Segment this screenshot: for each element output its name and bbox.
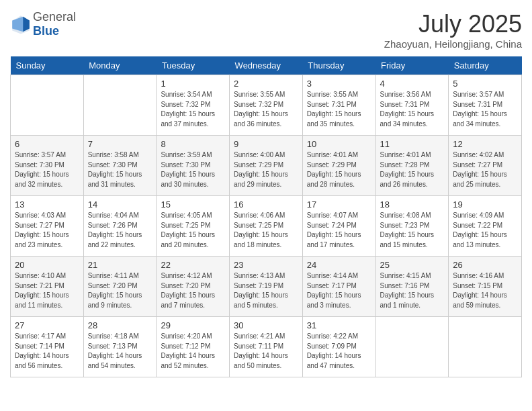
calendar-cell: 18Sunrise: 4:08 AM Sunset: 7:23 PM Dayli… xyxy=(375,196,449,257)
logo: General Blue xyxy=(10,10,76,38)
day-number: 8 xyxy=(161,139,225,149)
day-info: Sunrise: 3:59 AM Sunset: 7:30 PM Dayligh… xyxy=(161,150,225,189)
calendar-cell: 29Sunrise: 4:20 AM Sunset: 7:12 PM Dayli… xyxy=(157,317,230,377)
day-of-week-header: Wednesday xyxy=(230,56,303,75)
day-info: Sunrise: 3:57 AM Sunset: 7:30 PM Dayligh… xyxy=(15,150,79,189)
calendar-cell: 14Sunrise: 4:04 AM Sunset: 7:26 PM Dayli… xyxy=(83,196,157,257)
day-of-week-header: Tuesday xyxy=(157,56,230,75)
day-number: 30 xyxy=(234,320,298,330)
day-info: Sunrise: 4:01 AM Sunset: 7:28 PM Dayligh… xyxy=(380,150,445,189)
location-title: Zhaoyuan, Heilongjiang, China xyxy=(384,38,522,50)
day-info: Sunrise: 4:15 AM Sunset: 7:16 PM Dayligh… xyxy=(380,271,445,310)
day-number: 12 xyxy=(453,139,517,149)
day-number: 14 xyxy=(88,199,152,210)
day-number: 18 xyxy=(380,199,445,210)
title-block: July 2025 Zhaoyuan, Heilongjiang, China xyxy=(384,10,522,50)
day-number: 28 xyxy=(88,320,152,330)
day-info: Sunrise: 3:57 AM Sunset: 7:31 PM Dayligh… xyxy=(453,90,517,129)
day-number: 19 xyxy=(453,199,517,210)
day-number: 7 xyxy=(88,139,152,149)
day-info: Sunrise: 4:12 AM Sunset: 7:20 PM Dayligh… xyxy=(161,271,225,310)
month-title: July 2025 xyxy=(384,10,522,38)
day-info: Sunrise: 4:20 AM Sunset: 7:12 PM Dayligh… xyxy=(161,332,225,371)
calendar-cell: 5Sunrise: 3:57 AM Sunset: 7:31 PM Daylig… xyxy=(449,75,522,136)
calendar-cell: 22Sunrise: 4:12 AM Sunset: 7:20 PM Dayli… xyxy=(157,257,230,317)
day-number: 5 xyxy=(453,79,517,89)
day-info: Sunrise: 4:05 AM Sunset: 7:25 PM Dayligh… xyxy=(161,211,225,250)
day-number: 23 xyxy=(234,260,298,270)
day-info: Sunrise: 4:18 AM Sunset: 7:13 PM Dayligh… xyxy=(88,332,152,371)
day-number: 15 xyxy=(161,199,225,210)
day-number: 22 xyxy=(161,260,225,270)
day-info: Sunrise: 4:06 AM Sunset: 7:25 PM Dayligh… xyxy=(234,211,298,250)
day-info: Sunrise: 3:55 AM Sunset: 7:31 PM Dayligh… xyxy=(307,90,371,129)
calendar-cell xyxy=(375,317,449,377)
calendar-cell: 20Sunrise: 4:10 AM Sunset: 7:21 PM Dayli… xyxy=(11,257,84,317)
calendar-cell xyxy=(11,75,84,136)
calendar-cell: 26Sunrise: 4:16 AM Sunset: 7:15 PM Dayli… xyxy=(449,257,522,317)
calendar-cell: 11Sunrise: 4:01 AM Sunset: 7:28 PM Dayli… xyxy=(375,136,449,196)
calendar-cell: 30Sunrise: 4:21 AM Sunset: 7:11 PM Dayli… xyxy=(230,317,303,377)
day-info: Sunrise: 3:58 AM Sunset: 7:30 PM Dayligh… xyxy=(88,150,152,189)
day-number: 27 xyxy=(15,320,79,330)
calendar-week-row: 13Sunrise: 4:03 AM Sunset: 7:27 PM Dayli… xyxy=(11,196,522,257)
day-number: 25 xyxy=(380,260,445,270)
calendar-cell xyxy=(449,317,522,377)
day-info: Sunrise: 4:14 AM Sunset: 7:17 PM Dayligh… xyxy=(307,271,371,310)
day-number: 9 xyxy=(234,139,298,149)
calendar-cell: 10Sunrise: 4:01 AM Sunset: 7:29 PM Dayli… xyxy=(302,136,375,196)
calendar-cell: 1Sunrise: 3:54 AM Sunset: 7:32 PM Daylig… xyxy=(157,75,230,136)
calendar-cell: 13Sunrise: 4:03 AM Sunset: 7:27 PM Dayli… xyxy=(11,196,84,257)
calendar-week-row: 6Sunrise: 3:57 AM Sunset: 7:30 PM Daylig… xyxy=(11,136,522,196)
calendar-cell: 9Sunrise: 4:00 AM Sunset: 7:29 PM Daylig… xyxy=(230,136,303,196)
day-of-week-header: Thursday xyxy=(302,56,375,75)
day-info: Sunrise: 4:17 AM Sunset: 7:14 PM Dayligh… xyxy=(15,332,79,371)
day-of-week-header: Monday xyxy=(83,56,157,75)
page-header: General Blue July 2025 Zhaoyuan, Heilong… xyxy=(10,10,522,50)
calendar-header-row: SundayMondayTuesdayWednesdayThursdayFrid… xyxy=(11,56,522,75)
calendar-cell: 27Sunrise: 4:17 AM Sunset: 7:14 PM Dayli… xyxy=(11,317,84,377)
day-number: 11 xyxy=(380,139,445,149)
logo-text: General Blue xyxy=(33,10,76,38)
day-number: 2 xyxy=(234,79,298,89)
day-info: Sunrise: 4:11 AM Sunset: 7:20 PM Dayligh… xyxy=(88,271,152,310)
calendar-cell: 25Sunrise: 4:15 AM Sunset: 7:16 PM Dayli… xyxy=(375,257,449,317)
calendar-week-row: 27Sunrise: 4:17 AM Sunset: 7:14 PM Dayli… xyxy=(11,317,522,377)
calendar-cell: 17Sunrise: 4:07 AM Sunset: 7:24 PM Dayli… xyxy=(302,196,375,257)
calendar-cell: 6Sunrise: 3:57 AM Sunset: 7:30 PM Daylig… xyxy=(11,136,84,196)
day-info: Sunrise: 4:03 AM Sunset: 7:27 PM Dayligh… xyxy=(15,211,79,250)
calendar-cell: 8Sunrise: 3:59 AM Sunset: 7:30 PM Daylig… xyxy=(157,136,230,196)
day-info: Sunrise: 4:00 AM Sunset: 7:29 PM Dayligh… xyxy=(234,150,298,189)
day-of-week-header: Saturday xyxy=(449,56,522,75)
day-number: 13 xyxy=(15,199,79,210)
day-of-week-header: Sunday xyxy=(11,56,84,75)
calendar-cell xyxy=(83,75,157,136)
day-info: Sunrise: 4:09 AM Sunset: 7:22 PM Dayligh… xyxy=(453,211,517,250)
day-number: 3 xyxy=(307,79,371,89)
calendar-cell: 21Sunrise: 4:11 AM Sunset: 7:20 PM Dayli… xyxy=(83,257,157,317)
calendar-cell: 2Sunrise: 3:55 AM Sunset: 7:32 PM Daylig… xyxy=(230,75,303,136)
calendar-cell: 24Sunrise: 4:14 AM Sunset: 7:17 PM Dayli… xyxy=(302,257,375,317)
day-info: Sunrise: 4:04 AM Sunset: 7:26 PM Dayligh… xyxy=(88,211,152,250)
day-info: Sunrise: 4:08 AM Sunset: 7:23 PM Dayligh… xyxy=(380,211,445,250)
day-number: 4 xyxy=(380,79,445,89)
day-number: 1 xyxy=(161,79,225,89)
day-info: Sunrise: 4:07 AM Sunset: 7:24 PM Dayligh… xyxy=(307,211,371,250)
day-number: 6 xyxy=(15,139,79,149)
day-of-week-header: Friday xyxy=(375,56,449,75)
calendar-cell: 28Sunrise: 4:18 AM Sunset: 7:13 PM Dayli… xyxy=(83,317,157,377)
day-number: 31 xyxy=(307,320,371,330)
calendar-cell: 4Sunrise: 3:56 AM Sunset: 7:31 PM Daylig… xyxy=(375,75,449,136)
day-number: 21 xyxy=(88,260,152,270)
day-number: 10 xyxy=(307,139,371,149)
calendar-week-row: 1Sunrise: 3:54 AM Sunset: 7:32 PM Daylig… xyxy=(11,75,522,136)
day-info: Sunrise: 4:13 AM Sunset: 7:19 PM Dayligh… xyxy=(234,271,298,310)
day-number: 24 xyxy=(307,260,371,270)
day-info: Sunrise: 3:55 AM Sunset: 7:32 PM Dayligh… xyxy=(234,90,298,129)
day-number: 16 xyxy=(234,199,298,210)
day-number: 20 xyxy=(15,260,79,270)
calendar-cell: 3Sunrise: 3:55 AM Sunset: 7:31 PM Daylig… xyxy=(302,75,375,136)
calendar-cell: 16Sunrise: 4:06 AM Sunset: 7:25 PM Dayli… xyxy=(230,196,303,257)
calendar-cell: 12Sunrise: 4:02 AM Sunset: 7:27 PM Dayli… xyxy=(449,136,522,196)
day-info: Sunrise: 3:54 AM Sunset: 7:32 PM Dayligh… xyxy=(161,90,225,129)
